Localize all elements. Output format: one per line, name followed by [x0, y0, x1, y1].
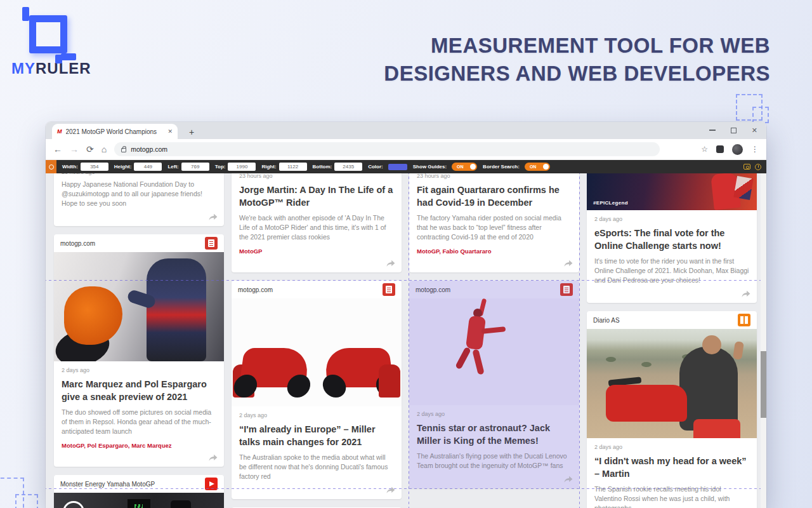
color-swatch[interactable] — [388, 164, 407, 170]
promo-page: MYRULER MEASUREMENT TOOL FOR WEB DESIGNE… — [0, 0, 812, 508]
measured-news-card[interactable]: motogp.com 2 days ago Tennis star or ast… — [409, 281, 579, 488]
play-button-icon[interactable] — [63, 501, 84, 508]
share-icon[interactable] — [564, 260, 573, 267]
home-icon[interactable]: ⌂ — [102, 144, 107, 154]
news-card[interactable]: 23 hours ago Jorge Martin: A Day In The … — [232, 173, 402, 272]
ruler-guide-right — [579, 173, 580, 508]
news-source-icon — [383, 283, 395, 296]
card-source-bar: motogp.com — [409, 281, 579, 298]
browser-tab[interactable]: M 2021 MotoGP World Champions ✕ — [52, 124, 178, 139]
history-icon[interactable] — [755, 164, 761, 170]
toolbar-right-icons: ☆ ⋮ — [701, 144, 759, 155]
card-tags[interactable]: MotoGP — [239, 248, 394, 255]
card-time: 2 days ago — [62, 367, 216, 373]
tab-title: 2021 MotoGP World Champions — [66, 128, 164, 135]
forward-icon[interactable]: → — [70, 144, 79, 154]
page-headline: MEASUREMENT TOOL FOR WEB DESIGNERS AND W… — [275, 32, 770, 88]
feed-column-4: #EPICLegend 2 days ago eSports: The fina… — [587, 173, 757, 508]
maximize-icon[interactable] — [731, 128, 737, 133]
card-image-ducati — [232, 298, 402, 406]
show-guides-state: ON — [457, 164, 464, 169]
browser-menu-icon[interactable]: ⋮ — [751, 145, 759, 154]
card-image-video[interactable] — [54, 493, 224, 508]
profile-avatar[interactable] — [732, 144, 743, 155]
new-tab-button[interactable]: + — [185, 127, 198, 137]
myruler-toolbar: Width: 354 Height: 449 Left: 769 Top: 19… — [46, 160, 766, 173]
top-input[interactable]: 1990 — [228, 163, 256, 171]
brand-name-my: MY — [11, 60, 36, 77]
card-title: “I didn't wash my head for a week” – Mar… — [594, 455, 749, 480]
share-icon[interactable] — [209, 454, 218, 462]
share-icon[interactable] — [564, 476, 573, 483]
card-source-name: Monster Energy Yamaha MotoGP — [60, 481, 200, 488]
browser-window: M 2021 MotoGP World Champions ✕ + ✕ ← → … — [46, 122, 766, 508]
card-source-bar: Monster Energy Yamaha MotoGP — [54, 475, 224, 493]
video-card[interactable]: Monster Energy Yamaha MotoGP — [54, 475, 224, 508]
card-time: 23 hours ago — [417, 173, 572, 179]
share-icon[interactable] — [209, 213, 218, 221]
browser-tab-strip: M 2021 MotoGP World Champions ✕ + ✕ — [46, 122, 766, 139]
scrollbar-thumb[interactable] — [761, 351, 766, 418]
myruler-toolbar-icon[interactable] — [46, 160, 56, 173]
headline-line-2: DESIGNERS AND WEB DEVELOPERS — [275, 60, 770, 88]
right-input[interactable]: 1122 — [279, 163, 307, 171]
height-field: Height: 449 — [114, 163, 162, 171]
card-time: 2 days ago — [594, 444, 749, 450]
share-icon[interactable] — [386, 260, 395, 267]
left-input[interactable]: 769 — [181, 163, 209, 171]
toggle-knob — [543, 164, 549, 170]
border-search-state: ON — [530, 164, 537, 169]
card-time: 2 days ago — [417, 411, 572, 417]
card-tags[interactable]: MotoGP, Pol Espargaro, Marc Marquez — [62, 442, 216, 449]
news-card[interactable]: #EPICLegend 2 days ago eSports: The fina… — [587, 173, 757, 303]
extension-icon[interactable] — [716, 145, 724, 153]
dashed-square-decoration — [752, 107, 769, 123]
reload-icon[interactable]: ⟳ — [86, 144, 94, 154]
screenshot-icon[interactable] — [743, 164, 750, 170]
bookmark-star-icon[interactable]: ☆ — [701, 145, 708, 154]
share-icon[interactable] — [386, 486, 395, 494]
news-card[interactable]: 23 hours ago Happy Japanese National Fou… — [54, 173, 224, 226]
tab-close-icon[interactable]: ✕ — [167, 128, 173, 135]
card-image-esports: #EPICLegend — [587, 173, 757, 210]
webpage-content: 23 hours ago Happy Japanese National Fou… — [46, 173, 766, 508]
bottom-field: Bottom: 2435 — [313, 163, 363, 171]
window-close-icon[interactable]: ✕ — [752, 127, 757, 133]
card-body: It's time to vote for the rider you want… — [594, 257, 749, 285]
border-search-label: Border Search: — [483, 164, 520, 170]
address-bar[interactable]: motogp.com — [114, 142, 660, 156]
card-title: eSports: The final vote for the Online C… — [594, 227, 749, 252]
news-card[interactable]: Diario AS 2 days ago “I didn't wash my h… — [587, 311, 757, 508]
card-tags[interactable]: MotoGP, Fabio Quartararo — [417, 248, 572, 255]
card-body: We're back with another episode of 'A Da… — [239, 213, 394, 242]
height-input[interactable]: 449 — [134, 163, 162, 171]
minimize-icon[interactable] — [709, 130, 716, 131]
border-search-toggle[interactable]: ON — [525, 163, 550, 171]
card-title: “I'm already in Europe” – Miller talks m… — [239, 423, 394, 448]
card-body: The Australian spoke to the media about … — [239, 453, 394, 481]
top-label: Top: — [215, 164, 226, 170]
news-card[interactable]: motogp.com 2 days ago Marc Marquez and P… — [54, 234, 224, 467]
card-source-name: motogp.com — [416, 286, 555, 293]
toggle-knob — [470, 164, 476, 170]
back-icon[interactable]: ← — [53, 144, 62, 154]
color-label: Color: — [368, 164, 383, 170]
card-body: The Australian's flying pose with the Du… — [417, 451, 572, 471]
width-input[interactable]: 354 — [81, 163, 108, 171]
window-controls: ✕ — [709, 124, 757, 136]
feed-column-3: 23 hours ago Fit again Quartararo confir… — [409, 173, 579, 488]
share-icon[interactable] — [742, 290, 750, 298]
right-field: Right: 1122 — [261, 163, 306, 171]
right-label: Right: — [261, 164, 276, 170]
news-card[interactable]: motogp.com 2 days ago “I'm already in Eu… — [232, 281, 402, 499]
show-guides-toggle[interactable]: ON — [452, 163, 477, 171]
bottom-input[interactable]: 2435 — [334, 163, 362, 171]
left-field: Left: 769 — [167, 163, 209, 171]
motogp-favicon-icon: M — [57, 128, 62, 135]
card-source-name: motogp.com — [238, 286, 377, 293]
page-scrollbar[interactable] — [761, 173, 766, 508]
card-time: 2 days ago — [594, 216, 749, 222]
ruler-toolbar-tools — [743, 164, 761, 170]
card-title: Fit again Quartararo confirms he had Cov… — [417, 184, 572, 209]
news-card[interactable]: 23 hours ago Fit again Quartararo confir… — [409, 173, 579, 272]
